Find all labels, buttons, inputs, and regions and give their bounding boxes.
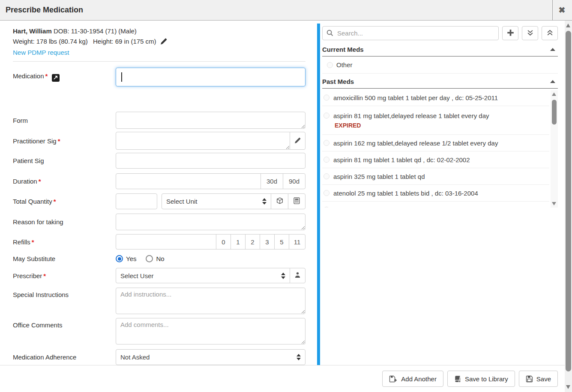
scroll-down-icon[interactable] — [552, 202, 556, 205]
refills-3-button[interactable]: 3 — [260, 234, 275, 249]
reason-textarea[interactable] — [116, 214, 305, 230]
prescriber-user-button[interactable] — [290, 268, 305, 283]
med-radio[interactable] — [323, 157, 329, 163]
refills-label: Refills* — [13, 238, 116, 246]
past-meds-list: amoxicillin 500 mg tablet 1 tablet per d… — [322, 89, 558, 208]
med-list-item[interactable]: aspirin 81 mg tablet 1 tablet qd , dc: 0… — [322, 151, 549, 168]
select-caret-icon — [262, 198, 267, 205]
meds-scrollbar[interactable] — [551, 90, 558, 208]
dialog-footer: Add Another Save to Library Save — [0, 365, 565, 392]
duration-label: Duration* — [13, 178, 116, 185]
save-to-library-button[interactable]: Save to Library — [447, 371, 515, 387]
unit-select[interactable]: Select Unit — [162, 193, 271, 209]
med-radio[interactable] — [323, 173, 329, 179]
med-list-item[interactable]: amoxicillin 500 mg tablet 1 tablet per d… — [322, 89, 549, 106]
medication-external-link-icon[interactable] — [52, 74, 60, 82]
refills-2-button[interactable]: 2 — [245, 234, 260, 249]
med-list-item[interactable]: atenolol 25 mg tablet 1 tablets bid , dc… — [322, 185, 549, 202]
may-substitute-no-label[interactable]: No — [156, 255, 164, 262]
current-med-item-other[interactable]: Other — [322, 56, 558, 74]
plus-icon — [507, 29, 514, 38]
dose-calculator-button[interactable] — [288, 193, 305, 209]
save-button[interactable]: Save — [519, 371, 558, 387]
refills-input[interactable] — [116, 234, 216, 249]
med-radio[interactable] — [323, 140, 329, 146]
office-comments-textarea[interactable] — [116, 318, 305, 344]
patient-name: Hart, William — [13, 27, 52, 35]
floppy-plus-icon — [389, 375, 398, 383]
may-substitute-yes-label[interactable]: Yes — [126, 255, 136, 262]
med-list-item[interactable]: aspirin 162 mg tablet,delayed release 1/… — [322, 135, 549, 151]
duration-30d-button[interactable]: 30d — [261, 173, 283, 189]
required-asterisk: * — [45, 72, 48, 80]
refills-0-button[interactable]: 0 — [216, 234, 231, 249]
expand-all-button[interactable] — [522, 26, 538, 40]
scrollbar-thumb[interactable] — [552, 100, 557, 125]
double-chevron-up-icon — [547, 30, 553, 37]
special-instructions-label: Special Instructions — [13, 288, 116, 298]
refills-11-button[interactable]: 11 — [289, 234, 305, 249]
med-radio[interactable] — [323, 190, 329, 196]
book-icon — [454, 375, 461, 383]
med-radio[interactable] — [327, 62, 333, 68]
required-asterisk: * — [39, 178, 41, 185]
prescription-form: Hart, William DOB: 11-30-1954 (71) (Male… — [0, 21, 315, 365]
floppy-icon — [526, 375, 533, 383]
med-list-item[interactable]: aspirin 325 mg tablet 1 tablet qd — [322, 168, 549, 185]
patient-info: Hart, William DOB: 11-30-1954 (71) (Male… — [13, 21, 305, 62]
new-pdmp-request-link[interactable]: New PDMP request — [13, 48, 69, 58]
prescriber-label: Prescriber* — [13, 272, 116, 279]
cube-icon — [276, 197, 283, 205]
add-another-button[interactable]: Add Another — [382, 371, 443, 387]
required-asterisk: * — [32, 238, 34, 246]
medication-label: Medication* — [13, 72, 116, 82]
select-caret-icon — [296, 354, 301, 360]
panel-accent-bar — [317, 24, 320, 365]
required-asterisk: * — [58, 137, 60, 145]
select-caret-icon — [281, 273, 285, 279]
current-meds-title: Current Meds — [322, 46, 550, 53]
scroll-up-icon[interactable] — [566, 24, 570, 27]
med-radio[interactable] — [323, 113, 329, 119]
edit-vitals-pencil-icon[interactable] — [161, 39, 167, 46]
patient-height: Height: 69 in (175 cm) — [93, 38, 156, 45]
unit-package-button[interactable] — [271, 193, 288, 209]
pencil-icon — [295, 137, 301, 145]
med-radio[interactable] — [323, 207, 329, 208]
patient-sig-input[interactable] — [116, 153, 305, 169]
collapse-section-icon — [550, 48, 555, 51]
may-substitute-no-radio[interactable] — [146, 255, 153, 262]
med-radio[interactable] — [323, 95, 329, 101]
reason-label: Reason for taking — [13, 218, 116, 226]
expired-badge: EXPIRED — [335, 122, 361, 129]
edit-sig-button[interactable] — [290, 132, 305, 150]
scrollbar-thumb[interactable] — [566, 31, 571, 371]
scroll-down-icon[interactable] — [566, 385, 570, 389]
page-scrollbar[interactable] — [565, 21, 572, 392]
past-meds-header[interactable]: Past Meds — [322, 78, 558, 89]
total-quantity-input[interactable] — [116, 193, 157, 209]
duration-90d-button[interactable]: 90d — [283, 173, 305, 189]
close-button[interactable]: ✖ — [552, 0, 571, 20]
collapse-all-button[interactable] — [542, 26, 558, 40]
office-comments-label: Office Comments — [13, 318, 116, 329]
meds-panel: Current Meds Other Past Meds amoxicillin… — [317, 21, 565, 365]
medication-adherence-select[interactable]: Not Asked — [116, 349, 305, 365]
refills-1-button[interactable]: 1 — [231, 234, 246, 249]
duration-input[interactable] — [116, 173, 261, 189]
prescriber-select[interactable]: Select User — [116, 268, 290, 283]
med-list-item[interactable]: aspirin 81 mg tablet,delayed release 1 t… — [322, 106, 549, 135]
add-med-button[interactable] — [502, 26, 518, 40]
medication-input[interactable] — [116, 68, 305, 86]
med-list-item[interactable]: bacampicillin tablet 250 mg 1 tablet tid — [322, 202, 549, 208]
scroll-up-icon[interactable] — [552, 92, 556, 96]
form-textarea[interactable] — [116, 112, 305, 129]
practitioner-sig-label: Practitioner Sig* — [13, 137, 116, 145]
current-meds-header[interactable]: Current Meds — [322, 46, 558, 56]
special-instructions-textarea[interactable] — [116, 288, 305, 314]
meds-search-input[interactable] — [322, 26, 499, 40]
practitioner-sig-textarea[interactable] — [116, 132, 290, 150]
total-quantity-label: Total Quantity* — [13, 198, 116, 205]
may-substitute-yes-radio[interactable] — [116, 255, 123, 262]
refills-5-button[interactable]: 5 — [274, 234, 289, 249]
